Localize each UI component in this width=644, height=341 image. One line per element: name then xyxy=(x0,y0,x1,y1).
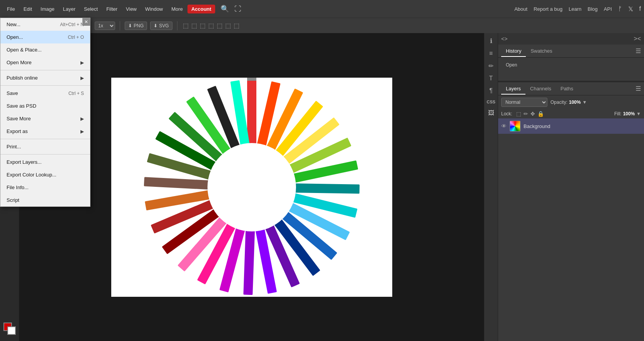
facebook-icon[interactable]: f xyxy=(639,5,641,12)
distribute-icon[interactable]: ⬚ xyxy=(233,21,240,30)
fill-dropdown-icon[interactable]: ▼ xyxy=(636,111,641,116)
dropdown-item-arrow: ▶ xyxy=(80,75,84,81)
history-item-open[interactable]: Open xyxy=(503,61,639,69)
layers-panel-menu[interactable]: ☰ xyxy=(636,85,641,92)
dropdown-item-script[interactable]: Script xyxy=(0,194,90,206)
layers-panel: Layers Channels Paths ☰ Normal Opacity: … xyxy=(498,82,644,341)
brush-panel-btn[interactable]: ✏ xyxy=(487,60,495,72)
dropdown-item-print---[interactable]: Print... xyxy=(0,140,90,153)
svg-point-59 xyxy=(207,143,296,231)
blog-link[interactable]: Blog xyxy=(588,6,598,12)
lock-label: Lock: xyxy=(501,111,512,116)
dropdown-item-file-info---[interactable]: File Info... xyxy=(0,181,90,194)
dropdown-separator xyxy=(0,154,90,155)
fill-label: Fill: xyxy=(614,111,622,116)
dropdown-item-save-as-psd[interactable]: Save as PSD xyxy=(0,100,90,112)
menu-view[interactable]: View xyxy=(122,5,141,13)
history-panel-menu[interactable]: ☰ xyxy=(636,47,641,55)
dropdown-item-label: Open More xyxy=(7,60,32,65)
download-svg-icon: ⬇ xyxy=(154,23,157,28)
dropdown-item-save[interactable]: SaveCtrl + S xyxy=(0,87,90,100)
swatches-tab[interactable]: Swatches xyxy=(526,46,557,57)
opacity-dropdown-icon[interactable]: ▼ xyxy=(582,100,587,105)
menu-image[interactable]: Image xyxy=(37,5,58,13)
dropdown-item-arrow: ▶ xyxy=(80,116,84,121)
background-color[interactable] xyxy=(7,326,16,335)
menubar-icon-group: 🔍 ⛶ xyxy=(219,4,243,14)
learn-link[interactable]: Learn xyxy=(569,6,581,12)
css-panel-btn[interactable]: CSS xyxy=(485,98,497,106)
align-middle-v-icon[interactable]: ⬚ xyxy=(216,21,223,30)
dropdown-item-publish-online[interactable]: Publish online▶ xyxy=(0,72,90,84)
channels-tab[interactable]: Channels xyxy=(525,83,556,95)
opacity-row: Opacity: 100% ▼ xyxy=(550,100,587,105)
dropdown-item-export-layers---[interactable]: Export Layers... xyxy=(0,156,90,168)
align-top-icon[interactable]: ⬚ xyxy=(207,21,215,30)
dropdown-item-export-as[interactable]: Export as▶ xyxy=(0,125,90,138)
layer-item-background[interactable]: 👁 Background xyxy=(498,118,644,134)
layer-visibility-icon[interactable]: 👁 xyxy=(501,123,507,129)
panel-menu-btn[interactable]: >< xyxy=(634,35,641,42)
dropdown-item-label: Export as xyxy=(7,128,28,134)
menu-account[interactable]: Account xyxy=(187,5,215,13)
dropdown-item-new---[interactable]: New...Alt+Ctrl + N xyxy=(0,18,90,31)
reddit-icon[interactable]: ᚠ xyxy=(618,5,622,12)
dropdown-item-shortcut: Alt+Ctrl + N xyxy=(60,22,84,27)
dropdown-item-export-color-lookup---[interactable]: Export Color Lookup... xyxy=(0,168,90,181)
dropdown-item-shortcut: Ctrl + O xyxy=(68,35,84,40)
align-bottom-icon[interactable]: ⬚ xyxy=(224,21,232,30)
layers-tab[interactable]: Layers xyxy=(501,83,525,95)
menu-layer[interactable]: Layer xyxy=(59,5,80,13)
color-preview[interactable] xyxy=(3,323,16,335)
align-center-h-icon[interactable]: ⬚ xyxy=(191,21,198,30)
menu-select[interactable]: Select xyxy=(80,5,102,13)
lock-all-icon[interactable]: 🔒 xyxy=(537,111,544,117)
dropdown-separator xyxy=(0,139,90,139)
paths-tab[interactable]: Paths xyxy=(556,83,578,95)
zoom-select[interactable]: 1x 2x 0.5x xyxy=(95,22,115,30)
export-svg-button[interactable]: ⬇ SVG xyxy=(150,22,172,30)
image-panel-btn[interactable]: 🖼 xyxy=(486,108,496,118)
api-link[interactable]: API xyxy=(604,6,612,12)
dropdown-item-label: Export Color Lookup... xyxy=(7,172,56,178)
lock-pixels-icon[interactable]: ⬚ xyxy=(516,111,521,117)
dropdown-item-save-more[interactable]: Save More▶ xyxy=(0,112,90,125)
dropdown-item-label: Open... xyxy=(7,34,23,40)
dropdown-item-label: Print... xyxy=(7,144,21,150)
dropdown-item-open---[interactable]: Open...Ctrl + O xyxy=(0,31,90,43)
right-panel: <> >< History Swatches ☰ Open Layers Cha… xyxy=(498,33,644,341)
dropdown-item-label: Save as PSD xyxy=(7,103,36,109)
dropdown-close-btn[interactable]: ✕ xyxy=(82,18,90,26)
report-bug-link[interactable]: Report a bug xyxy=(534,6,562,12)
history-tabs-bar: History Swatches ☰ xyxy=(498,45,644,58)
dropdown-item-open-more[interactable]: Open More▶ xyxy=(0,56,90,69)
align-right-icon[interactable]: ⬚ xyxy=(199,21,206,30)
menu-window[interactable]: Window xyxy=(141,5,167,13)
adjustments-panel-btn[interactable]: ≡ xyxy=(487,48,495,59)
svg-rect-4 xyxy=(247,78,256,81)
main-layout: ✥ 🔍 xyxy=(0,33,644,341)
twitter-icon[interactable]: 𝕏 xyxy=(628,5,633,13)
dropdown-item-open---place---[interactable]: Open & Place... xyxy=(0,43,90,56)
menu-file[interactable]: File xyxy=(3,5,19,13)
mid-panel-tools: ℹ ≡ ✏ T ¶ CSS 🖼 xyxy=(484,33,498,341)
align-left-icon[interactable]: ⬚ xyxy=(182,21,189,30)
menu-edit[interactable]: Edit xyxy=(20,5,36,13)
history-tab[interactable]: History xyxy=(501,46,526,57)
export-png-button[interactable]: ⬇ PNG xyxy=(125,22,147,30)
fullscreen-icon[interactable]: ⛶ xyxy=(233,4,243,14)
panel-collapse-btn[interactable]: <> xyxy=(501,36,507,42)
search-icon[interactable]: 🔍 xyxy=(219,4,231,14)
dropdown-item-label: Publish online xyxy=(7,75,38,81)
menu-filter[interactable]: Filter xyxy=(102,5,121,13)
lock-move-icon[interactable]: ✥ xyxy=(530,111,535,117)
paragraph-panel-btn[interactable]: ¶ xyxy=(487,85,495,96)
color-tools-group xyxy=(3,323,16,338)
blend-mode-select[interactable]: Normal xyxy=(501,98,547,107)
menu-more[interactable]: More xyxy=(167,5,187,13)
dropdown-item-shortcut: Ctrl + S xyxy=(69,91,84,96)
text-panel-btn[interactable]: T xyxy=(487,73,495,84)
info-panel-btn[interactable]: ℹ xyxy=(488,35,494,47)
lock-paint-icon[interactable]: ✏ xyxy=(524,111,528,117)
about-link[interactable]: About xyxy=(514,6,527,12)
